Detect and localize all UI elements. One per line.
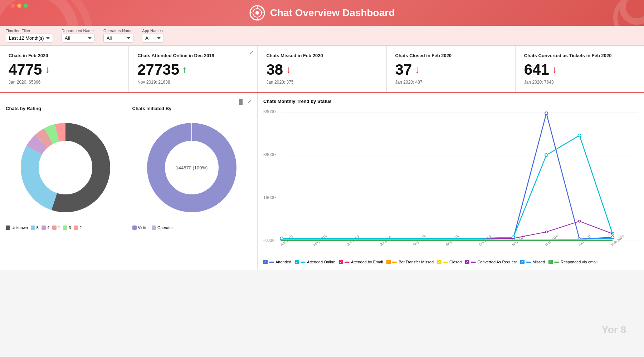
metric-card-missed-feb: Chats Missed in Feb 2020 38 ↓ Jan 2020: … <box>258 46 386 92</box>
line-chart-svg: 59000 39000 19000 -1000 Apr 2019 May 201… <box>263 107 638 257</box>
donut-initiated-title: Chats Initiated By <box>132 106 252 111</box>
legend-visitor: Visitor <box>132 225 149 230</box>
donut-rating-container: Chats by Rating <box>6 106 125 230</box>
metric-value-2: 38 ↓ <box>266 61 377 78</box>
timeline-filter-group: Timeline Filter Last 12 Month(s)Last 6 M… <box>6 29 53 43</box>
chart-toolbar: ▐▌ ⤢ <box>6 99 252 104</box>
svg-point-41 <box>545 112 548 115</box>
svg-point-15 <box>40 143 91 193</box>
legend-5: 5 <box>31 225 39 230</box>
svg-point-4 <box>255 11 259 15</box>
timeline-filter-label: Timeline Filter <box>6 29 53 33</box>
legend-attended: ✓ Attended <box>263 260 291 264</box>
legend-missed: ✓ Missed <box>520 260 545 264</box>
line-chart-legend: ✓ Attended ✓ Attended Online ✓ Attended … <box>263 260 638 264</box>
metric-title-0: Chats in Feb 2020 <box>9 53 120 58</box>
donut-initiated-container: Chats Initiated By 144570 (100%) <box>132 106 252 230</box>
line-converted <box>282 221 613 239</box>
donut-rating-svg <box>12 114 119 221</box>
metric-value-4: 641 ↓ <box>524 61 635 78</box>
left-charts-panel: ▐▌ ⤢ Chats by Rating <box>0 93 258 270</box>
legend-1: 1 <box>52 225 60 230</box>
line-chart-area: 59000 39000 19000 -1000 Apr 2019 May 201… <box>263 107 638 257</box>
bar-chart-icon[interactable]: ▐▌ <box>237 99 244 104</box>
arrow-down-0: ↓ <box>45 64 50 75</box>
arrow-down-4: ↓ <box>552 64 557 75</box>
dot-orange <box>17 4 21 8</box>
metrics-row: Chats in Feb 2020 4775 ↓ Jan 2020: 65366… <box>0 46 644 93</box>
app-filter-select[interactable]: All <box>142 34 164 43</box>
app-filter-label: App Names: <box>142 29 164 33</box>
department-filter-group: Department Name: All <box>62 29 95 43</box>
svg-point-49 <box>545 231 547 233</box>
header-title-group: Chat Overview Dashboard <box>249 5 395 21</box>
metric-card-attended-dec: ⤢ Chats Attended Online in Dec 2019 2773… <box>129 46 258 92</box>
svg-text:59000: 59000 <box>263 109 276 114</box>
window-dots <box>11 4 28 8</box>
metric-prev-1: Nov 2019: 21638 <box>137 80 249 85</box>
legend-attended-email: ✓ Attended by Email <box>339 260 383 264</box>
expand-chart-icon[interactable]: ⤢ <box>247 99 252 104</box>
donut-rating-svg-wrap <box>6 114 125 221</box>
legend-closed: ✓ Closed <box>437 260 462 264</box>
arrow-up-1: ↑ <box>182 64 187 75</box>
metric-prev-0: Jan 2020: 65366 <box>9 80 120 85</box>
donut-initiated-legend: Visitor Operator <box>132 225 252 230</box>
operators-filter-select[interactable]: All <box>103 34 133 43</box>
metric-card-chats-feb: Chats in Feb 2020 4775 ↓ Jan 2020: 65366 <box>0 46 129 92</box>
header-title-text: Chat Overview Dashboard <box>270 7 395 19</box>
metric-prev-2: Jan 2020: 375 <box>266 80 377 85</box>
legend-attended-online: ✓ Attended Online <box>295 260 335 264</box>
metric-prev-4: Jan 2020: 7643 <box>524 80 635 85</box>
legend-responded-email: ✓ Responded via email <box>548 260 597 264</box>
metric-title-4: Chats Converted as Tickets in Feb 2020 <box>524 53 635 58</box>
timeline-filter-select[interactable]: Last 12 Month(s)Last 6 Month(s)Last 3 Mo… <box>6 34 53 43</box>
operators-filter-label: Operators Name: <box>103 29 133 33</box>
svg-point-46 <box>545 154 548 157</box>
dot-green <box>24 4 28 8</box>
metric-title-3: Chats Closed in Feb 2020 <box>395 53 507 58</box>
line-chart-title: Chats Monthly Trend by Status <box>263 99 638 104</box>
legend-converted-request: ✓ Converted As Request <box>465 260 517 264</box>
legend-4: 4 <box>42 225 49 230</box>
metric-prev-3: Jan 2020: 487 <box>395 80 507 85</box>
metric-value-1: 27735 ↑ <box>137 61 249 78</box>
donut-row: Chats by Rating <box>6 106 252 230</box>
right-chart-panel: Chats Monthly Trend by Status 59000 3900… <box>258 93 644 270</box>
department-filter-select[interactable]: All <box>62 34 95 43</box>
donut-rating-legend: Unknown 5 4 1 <box>6 225 125 230</box>
svg-point-47 <box>578 134 581 137</box>
donut-initiated-svg-wrap: 144570 (100%) <box>132 114 252 221</box>
charts-section: ▐▌ ⤢ Chats by Rating <box>0 93 644 270</box>
expand-icon-1[interactable]: ⤢ <box>249 49 254 55</box>
svg-point-0 <box>623 0 644 21</box>
department-filter-label: Department Name: <box>62 29 95 33</box>
header-deco-right <box>601 0 644 26</box>
line-attended <box>282 113 613 239</box>
legend-operator: Operator <box>152 225 173 230</box>
svg-point-50 <box>579 220 581 222</box>
svg-text:-1000: -1000 <box>263 238 275 243</box>
legend-unknown: Unknown <box>6 225 28 230</box>
legend-3: 3 <box>63 225 71 230</box>
svg-text:19000: 19000 <box>263 195 276 200</box>
watermark: Yor 8 <box>602 324 626 336</box>
metric-title-1: Chats Attended Online in Dec 2019 <box>137 53 249 58</box>
metric-card-tickets-feb: Chats Converted as Tickets in Feb 2020 6… <box>516 46 644 92</box>
donut-rating-title: Chats by Rating <box>6 106 125 111</box>
metric-title-2: Chats Missed in Feb 2020 <box>266 53 377 58</box>
header: Chat Overview Dashboard <box>0 0 644 26</box>
svg-text:39000: 39000 <box>263 152 276 157</box>
metric-card-closed-feb: Chats Closed in Feb 2020 37 ↓ Jan 2020: … <box>387 46 516 92</box>
header-logo-icon <box>249 5 265 21</box>
line-attended-online <box>282 135 613 238</box>
metric-value-3: 37 ↓ <box>395 61 507 78</box>
legend-bot-transfer: ✓ Bot Transfer Missed <box>386 260 434 264</box>
app-filter-group: App Names: All <box>142 29 164 43</box>
metric-value-0: 4775 ↓ <box>9 61 120 78</box>
operators-filter-group: Operators Name: All <box>103 29 133 43</box>
arrow-down-3: ↓ <box>415 64 420 75</box>
filters-bar: Timeline Filter Last 12 Month(s)Last 6 M… <box>0 26 644 46</box>
svg-text:144570 (100%): 144570 (100%) <box>176 165 208 170</box>
arrow-down-2: ↓ <box>286 64 291 75</box>
